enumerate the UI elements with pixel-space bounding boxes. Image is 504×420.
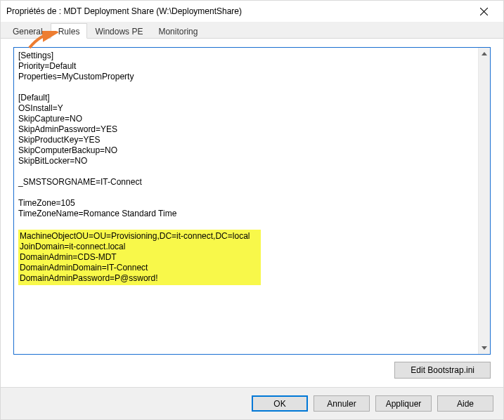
tab-content-rules: [Settings] Priority=Default Properties=M… bbox=[1, 39, 503, 387]
rules-text-timezone: TimeZone=105 TimeZoneName=Romance Standa… bbox=[18, 198, 176, 218]
rules-editor-frame: [Settings] Priority=Default Properties=M… bbox=[13, 47, 491, 355]
properties-dialog: Propriétés de : MDT Deployment Share (W:… bbox=[0, 0, 504, 420]
chevron-down-icon bbox=[482, 346, 487, 350]
ok-button[interactable]: OK bbox=[252, 395, 308, 412]
scroll-up-button[interactable] bbox=[479, 48, 490, 60]
tab-general[interactable]: General bbox=[5, 23, 51, 39]
window-title: Propriétés de : MDT Deployment Share (W:… bbox=[6, 6, 470, 16]
apply-button[interactable]: Appliquer bbox=[375, 395, 432, 412]
editor-footer: Edit Bootstrap.ini bbox=[13, 355, 491, 381]
tab-rules[interactable]: Rules bbox=[51, 23, 88, 39]
close-button[interactable] bbox=[470, 1, 498, 21]
chevron-up-icon bbox=[482, 52, 487, 55]
rules-text-settings: [Settings] Priority=Default Properties=M… bbox=[18, 51, 134, 81]
scrollbar-vertical[interactable] bbox=[478, 48, 490, 354]
rules-text-orgname: _SMSTSORGNAME=IT-Connect bbox=[18, 177, 142, 187]
help-button[interactable]: Aide bbox=[437, 395, 493, 412]
edit-bootstrap-button[interactable]: Edit Bootstrap.ini bbox=[394, 362, 491, 379]
scroll-down-button[interactable] bbox=[479, 342, 490, 354]
titlebar: Propriétés de : MDT Deployment Share (W:… bbox=[1, 1, 503, 22]
tab-strip: General Rules Windows PE Monitoring bbox=[1, 22, 503, 39]
tab-monitoring[interactable]: Monitoring bbox=[150, 23, 205, 39]
tab-windows-pe[interactable]: Windows PE bbox=[87, 23, 150, 39]
rules-text-default: [Default] OSInstall=Y SkipCapture=NO Ski… bbox=[18, 93, 117, 166]
rules-editor[interactable]: [Settings] Priority=Default Properties=M… bbox=[14, 48, 490, 354]
cancel-button[interactable]: Annuler bbox=[314, 395, 370, 412]
dialog-footer: OK Annuler Appliquer Aide bbox=[1, 387, 503, 419]
close-icon bbox=[480, 8, 488, 15]
rules-text-domain-highlight: MachineObjectOU=OU=Provisioning,DC=it-co… bbox=[18, 230, 261, 285]
